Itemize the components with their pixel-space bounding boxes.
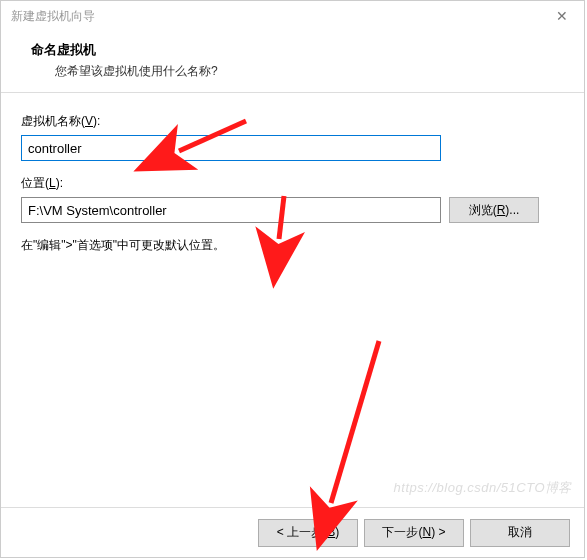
vm-name-group: 虚拟机名称(V): bbox=[21, 113, 564, 161]
page-title: 命名虚拟机 bbox=[31, 41, 564, 59]
location-label: 位置(L): bbox=[21, 175, 564, 192]
page-subtitle: 您希望该虚拟机使用什么名称? bbox=[55, 63, 564, 80]
browse-button[interactable]: 浏览(R)... bbox=[449, 197, 539, 223]
vm-name-input[interactable] bbox=[21, 135, 441, 161]
back-button[interactable]: < 上一步(B) bbox=[258, 519, 358, 547]
window-title: 新建虚拟机向导 bbox=[11, 8, 95, 25]
watermark: https://blog.csdn/51CTO博客 bbox=[394, 479, 572, 497]
cancel-button[interactable]: 取消 bbox=[470, 519, 570, 547]
wizard-dialog: 新建虚拟机向导 ✕ 命名虚拟机 您希望该虚拟机使用什么名称? 虚拟机名称(V):… bbox=[0, 0, 585, 558]
header: 命名虚拟机 您希望该虚拟机使用什么名称? bbox=[1, 31, 584, 93]
location-input[interactable] bbox=[21, 197, 441, 223]
vm-name-label: 虚拟机名称(V): bbox=[21, 113, 564, 130]
hint-text: 在"编辑">"首选项"中可更改默认位置。 bbox=[21, 237, 564, 254]
next-button[interactable]: 下一步(N) > bbox=[364, 519, 464, 547]
content: 虚拟机名称(V): 位置(L): 浏览(R)... 在"编辑">"首选项"中可更… bbox=[1, 93, 584, 264]
close-button[interactable]: ✕ bbox=[540, 1, 584, 31]
location-row: 浏览(R)... bbox=[21, 197, 564, 223]
titlebar: 新建虚拟机向导 ✕ bbox=[1, 1, 584, 31]
close-icon: ✕ bbox=[556, 8, 568, 24]
location-group: 位置(L): 浏览(R)... bbox=[21, 175, 564, 223]
arrow-to-next-icon bbox=[331, 341, 379, 503]
footer: < 上一步(B) 下一步(N) > 取消 bbox=[1, 507, 584, 557]
